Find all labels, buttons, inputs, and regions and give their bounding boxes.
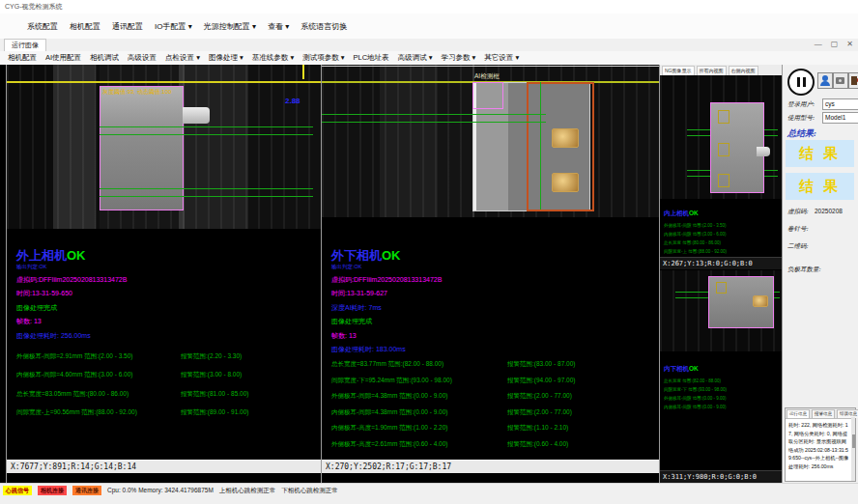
measurement-value-label: 2.88	[285, 97, 300, 105]
tool-spot-check[interactable]: 点检设置 ▾	[165, 53, 200, 63]
camera-link-badge: 相机连接	[38, 486, 67, 495]
pixel-coordinate-bar: X:7677;Y:891;R:14;G:14;B:14	[7, 460, 321, 473]
tool-advanced-settings[interactable]: 高级设置	[128, 53, 157, 63]
tool-camera-config[interactable]: 相机配置	[8, 53, 37, 63]
menu-system-config[interactable]: 系统配置	[27, 21, 58, 32]
time-line: 时间:13-31-59-627	[331, 289, 657, 298]
tool-ai-config[interactable]: AI使用配置	[45, 53, 81, 63]
camera-snapshot-button[interactable]	[833, 72, 848, 89]
inner-upper-camera-image[interactable]	[660, 75, 782, 199]
menu-bar: 系统配置 相机配置 通讯配置 IO手配置 ▾ 光源控制配置 ▾ 查看 ▾ 系统语…	[0, 14, 858, 39]
frame-count-line: 帧数: 13	[16, 317, 319, 326]
gold-contact-spot	[552, 173, 579, 192]
log-tab-alarm[interactable]: 报警信息	[812, 409, 835, 418]
menu-language-switch[interactable]: 系统语言切换	[300, 21, 347, 32]
tool-plc-table[interactable]: PLC地址表	[354, 53, 389, 63]
measure-line	[322, 122, 546, 123]
camera-result: OK	[689, 210, 699, 216]
table-row: 内侧极耳-间隙=4.60mm 范围:(3.00 - 6.00)报警范围:(3.0…	[16, 371, 319, 379]
inner-upper-result-block: 内上相机OK 外侧极耳-间隙 范围:(2.00 - 3.50) 内侧极耳-间隙 …	[664, 202, 780, 254]
outer-upper-camera-image[interactable]: 灰度阈值:93, 动态阈值:100 2.88	[7, 65, 321, 229]
tab-all-inner-view[interactable]: 所有内视图	[697, 66, 727, 75]
yellow-tick	[302, 65, 304, 79]
maximize-button[interactable]: ▢	[831, 40, 839, 48]
log-scrollbar-thumb[interactable]	[852, 434, 855, 448]
tool-learn-params[interactable]: 学习参数 ▾	[441, 53, 475, 63]
tab-ng-display[interactable]: NG图像显示	[662, 66, 695, 75]
table-row: 内侧极耳-间隙=4.38mm 范围:(0.00 - 9.00)报警范围:(2.0…	[331, 408, 657, 417]
login-user-label: 登录用户:	[787, 100, 815, 109]
log-scrollbar[interactable]	[851, 417, 855, 481]
ai-box-label: AI检测框	[474, 72, 500, 81]
measure-line	[322, 114, 546, 115]
window-title: CYG-视觉检测系统	[5, 3, 63, 10]
virtual-code-label: 虚拟码:	[787, 208, 809, 216]
table-row: 间隙宽度-下=95.24mm 范围:(93.00 - 98.00)报警范围:(9…	[331, 377, 657, 385]
table-row: 外侧极耳-高度=2.61mm 范围:(0.60 - 4.00)报警范围:(0.6…	[331, 440, 657, 449]
model-field[interactable]: Model1	[822, 112, 858, 124]
table-row: 间隙宽度-上=90.56mm 范围:(88.00 - 92.00)报警范围:(8…	[16, 408, 319, 417]
camera-name: 内下相机	[664, 365, 689, 372]
log-tab-run[interactable]: 运行信息	[786, 409, 810, 418]
minimize-button[interactable]: —	[815, 40, 822, 48]
table-row: 间隙宽度-下 范围:(93.00 - 98.00)	[664, 387, 780, 392]
status-bar: 心跳信号 相机连接 通讯连接 Cpu: 0.0% Memory: 3424.41…	[0, 483, 858, 504]
inner-lower-camera-image[interactable]	[660, 270, 782, 351]
tool-image-processing[interactable]: 图像处理 ▾	[209, 53, 243, 63]
pixel-coordinate-bar: X:270;Y:2502;R:17;G:17;B:17	[322, 460, 659, 473]
upper-camera-heartbeat-status: 上相机心跳检测正常	[219, 486, 276, 495]
table-row: 内侧极耳-间隙 范围:(3.00 - 6.00)	[664, 232, 780, 237]
camera-name: 内上相机	[664, 210, 689, 216]
measure-line	[100, 188, 313, 189]
heartbeat-badge: 心跳信号	[3, 486, 32, 495]
camera-name: 外上相机	[16, 248, 67, 263]
measurement-rows: 总长宽度=83.77mm 范围:(82.00 - 88.00)报警范围:(83.…	[331, 360, 657, 449]
process-time-line: 图像处理耗时: 183.00ms	[331, 345, 657, 354]
result-box-2: 结 果	[786, 173, 854, 200]
tab-run-image[interactable]: 运行图像	[4, 39, 46, 52]
winding-pin-label: 卷针号:	[787, 225, 809, 234]
detected-part-region: 灰度阈值:93, 动态阈值:100	[100, 86, 184, 210]
tool-advanced-debug[interactable]: 高级调试 ▾	[398, 53, 433, 63]
tab-right-inner-view[interactable]: 右侧内视图	[729, 66, 758, 75]
process-done-line: 图像处理完成	[16, 303, 319, 313]
connector-part	[183, 107, 210, 124]
menu-io-config[interactable]: IO手配置 ▾	[155, 21, 192, 32]
log-text: 耗时: 222, 网络检测耗时: 17, 网络分类耗时: 0, 网络提取分区耗时…	[786, 419, 855, 472]
table-row: 外侧极耳-间隙=4.38mm 范围:(0.00 - 9.00)报警范围:(2.0…	[331, 392, 657, 401]
time-line: 时间:13-31-59-650	[16, 289, 319, 298]
camera-name: 外下相机	[331, 248, 382, 263]
toolbar: 相机配置 AI使用配置 相机调试 高级设置 点检设置 ▾ 图像处理 ▾ 基准线参…	[0, 51, 858, 66]
user-button[interactable]	[817, 72, 833, 89]
detection-box-pink	[472, 82, 503, 109]
measure-line	[100, 134, 313, 135]
tool-other-settings[interactable]: 其它设置 ▾	[484, 53, 519, 63]
menu-comm-config[interactable]: 通讯配置	[112, 21, 143, 32]
application-window: CYG-视觉检测系统 C 系统配置 相机配置 通讯配置 IO手配置 ▾ 光源控制…	[0, 0, 858, 504]
login-user-field[interactable]: cys	[822, 98, 858, 110]
table-row: 内侧极耳-高度=1.90mm 范围:(1.00 - 2.20)报警范围:(1.1…	[331, 424, 657, 433]
exit-button[interactable]	[848, 72, 858, 89]
pause-button[interactable]	[787, 69, 815, 96]
menu-camera-config[interactable]: 相机配置	[70, 21, 100, 32]
tool-baseline-params[interactable]: 基准线参数 ▾	[252, 53, 294, 63]
measure-line	[100, 126, 313, 127]
tool-camera-debug[interactable]: 相机调试	[90, 53, 119, 63]
log-tabs: 运行信息 报警信息 错误信息	[786, 408, 855, 419]
ai-time-line: 深度AI耗时: 7ms	[331, 303, 657, 313]
menu-view[interactable]: 查看 ▾	[268, 21, 289, 32]
virtual-code-value: 20250208	[815, 208, 843, 214]
menu-light-control[interactable]: 光源控制配置 ▾	[204, 21, 256, 32]
gold-contact-spot	[753, 295, 768, 307]
threshold-overlay-text: 灰度阈值:93, 动态阈值:100	[102, 88, 171, 97]
measure-line-vertical	[540, 82, 541, 210]
measure-line	[100, 196, 313, 197]
close-button[interactable]: ✕	[846, 40, 853, 48]
process-done-line: 图像处理完成	[331, 317, 657, 326]
outer-lower-camera-image[interactable]: AI检测框	[322, 65, 659, 217]
table-row: 总长宽度 范围:(82.00 - 88.00)	[664, 378, 780, 383]
table-row: 外侧极耳-间隙 范围:(2.00 - 3.50)	[664, 223, 780, 228]
detection-box-small	[718, 110, 729, 124]
detection-box-small	[716, 282, 727, 294]
tool-test-params[interactable]: 测试项参数 ▾	[302, 53, 344, 63]
